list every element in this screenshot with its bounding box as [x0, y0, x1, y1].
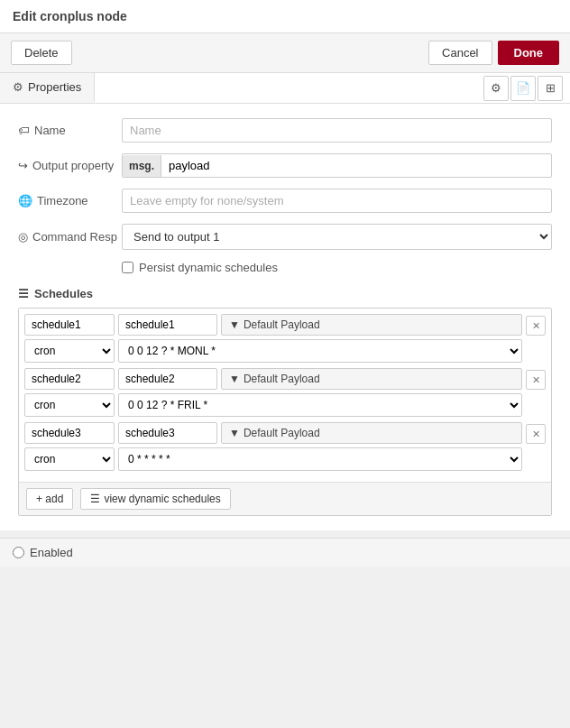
- schedule-top-row-2: ▼ Default Payload: [24, 368, 522, 390]
- name-row: 🏷 Name: [18, 118, 552, 143]
- page-title: Edit cronplus node: [13, 9, 127, 23]
- globe-icon: 🌐: [18, 194, 32, 207]
- command-resp-select[interactable]: Send to output 1 Send to output 2 Ignore: [122, 224, 552, 250]
- schedule-name-input-3[interactable]: [24, 422, 115, 444]
- persist-checkbox[interactable]: [122, 262, 133, 273]
- title-bar: Edit cronplus node: [0, 0, 570, 33]
- schedule-remove-btn-2[interactable]: ✕: [526, 370, 546, 390]
- arrow-down-icon-3: ▼: [229, 427, 240, 439]
- schedule-payload-btn-3[interactable]: ▼ Default Payload: [221, 422, 522, 444]
- top-buttons-bar: Delete Cancel Done: [0, 33, 570, 73]
- schedule-fields-1: ▼ Default Payload cron interval date onc…: [24, 314, 522, 363]
- schedule-bottom-row-3: cron interval date once 0 * * * * *: [24, 447, 522, 471]
- tab-doc-icon-button[interactable]: 📄: [510, 76, 536, 101]
- table-icon-footer: ☰: [90, 493, 100, 505]
- timezone-label: 🌐 Timezone: [18, 194, 122, 207]
- enabled-bar: Enabled: [0, 538, 570, 567]
- output-icon: ↪: [18, 159, 28, 172]
- payload-label-1: Default Payload: [244, 318, 320, 331]
- schedule-top-row-1: ▼ Default Payload: [24, 314, 522, 336]
- command-resp-row: ◎ Command Resp Send to output 1 Send to …: [18, 224, 552, 250]
- settings-icon: ⚙: [491, 81, 501, 95]
- view-dynamic-schedules-button[interactable]: ☰ view dynamic schedules: [80, 488, 230, 510]
- schedules-header: ☰ Schedules: [18, 287, 552, 300]
- remove-icon-2: ✕: [532, 374, 540, 386]
- payload-label-3: Default Payload: [244, 427, 320, 439]
- schedule-value-input-1[interactable]: [118, 314, 217, 336]
- enabled-label: Enabled: [30, 546, 73, 559]
- delete-button[interactable]: Delete: [11, 41, 72, 65]
- name-input[interactable]: [122, 118, 552, 143]
- schedule-type-select-2[interactable]: cron interval date once: [24, 393, 115, 417]
- schedule-value-input-3[interactable]: [118, 422, 217, 444]
- schedule-remove-btn-1[interactable]: ✕: [526, 316, 546, 336]
- payload-label-2: Default Payload: [244, 373, 320, 385]
- arrow-down-icon: ▼: [229, 318, 240, 331]
- properties-gear-icon: ⚙: [13, 80, 23, 94]
- target-icon: ◎: [18, 230, 28, 244]
- remove-icon-3: ✕: [532, 429, 540, 440]
- cancel-button[interactable]: Cancel: [428, 41, 492, 65]
- output-prop-input[interactable]: [161, 154, 551, 177]
- schedules-footer: + add ☰ view dynamic schedules: [19, 482, 551, 515]
- add-schedule-button[interactable]: + add: [26, 488, 73, 510]
- schedule-bottom-row-1: cron interval date once 0 0 12 ? * MONL …: [24, 339, 522, 363]
- tab-settings-icon-button[interactable]: ⚙: [483, 76, 509, 101]
- tab-icon-buttons: ⚙ 📄 ⊞: [483, 76, 570, 101]
- right-buttons: Cancel Done: [428, 41, 559, 65]
- schedules-container: ▼ Default Payload cron interval date onc…: [18, 308, 552, 516]
- document-icon: 📄: [516, 81, 530, 95]
- table-row: ▼ Default Payload cron interval date onc…: [24, 314, 546, 363]
- schedules-section-label: Schedules: [34, 287, 93, 300]
- view-dynamic-label: view dynamic schedules: [104, 493, 220, 505]
- table-row: ▼ Default Payload cron interval date onc…: [24, 368, 546, 417]
- output-property-row: ↪ Output property msg.: [18, 153, 552, 178]
- schedule-payload-btn-2[interactable]: ▼ Default Payload: [221, 368, 522, 390]
- info-icon: ⊞: [546, 81, 556, 95]
- schedules-list: ▼ Default Payload cron interval date onc…: [19, 309, 551, 482]
- tab-info-icon-button[interactable]: ⊞: [538, 76, 563, 101]
- output-property-label: ↪ Output property: [18, 159, 122, 172]
- command-resp-label: ◎ Command Resp: [18, 230, 122, 244]
- schedule-value-input-2[interactable]: [118, 368, 217, 390]
- tabs-row: ⚙ Properties ⚙ 📄 ⊞: [0, 73, 570, 104]
- output-property-container: msg.: [122, 153, 552, 178]
- schedule-type-select-3[interactable]: cron interval date once: [24, 447, 115, 471]
- schedule-remove-btn-3[interactable]: ✕: [526, 424, 546, 444]
- schedule-payload-btn-1[interactable]: ▼ Default Payload: [221, 314, 522, 336]
- schedule-bottom-row-2: cron interval date once 0 0 12 ? * FRIL …: [24, 393, 522, 417]
- persist-row: Persist dynamic schedules: [18, 261, 552, 274]
- persist-label: Persist dynamic schedules: [139, 261, 278, 274]
- schedule-top-row-3: ▼ Default Payload: [24, 422, 522, 444]
- timezone-row: 🌐 Timezone: [18, 189, 552, 213]
- enabled-radio[interactable]: [13, 547, 24, 558]
- schedule-name-input-2[interactable]: [24, 368, 115, 390]
- schedules-table-icon: ☰: [18, 287, 29, 300]
- schedule-fields-2: ▼ Default Payload cron interval date onc…: [24, 368, 522, 417]
- name-label: 🏷 Name: [18, 124, 122, 137]
- schedule-cron-select-1[interactable]: 0 0 12 ? * MONL *: [118, 339, 522, 363]
- output-prop-badge: msg.: [123, 155, 161, 177]
- schedule-fields-3: ▼ Default Payload cron interval date onc…: [24, 422, 522, 471]
- done-button[interactable]: Done: [498, 41, 560, 65]
- schedule-type-select-1[interactable]: cron interval date once: [24, 339, 115, 363]
- schedule-cron-select-3[interactable]: 0 * * * * *: [118, 447, 522, 471]
- schedule-cron-select-2[interactable]: 0 0 12 ? * FRIL *: [118, 393, 522, 417]
- tag-icon: 🏷: [18, 124, 30, 137]
- tab-properties[interactable]: ⚙ Properties: [0, 73, 95, 103]
- schedule-name-input-1[interactable]: [24, 314, 115, 336]
- arrow-down-icon-2: ▼: [229, 373, 240, 385]
- main-content: 🏷 Name ↪ Output property msg. 🌐 Timezone…: [0, 104, 570, 530]
- timezone-input[interactable]: [122, 189, 552, 213]
- table-row: ▼ Default Payload cron interval date onc…: [24, 422, 546, 471]
- remove-icon-1: ✕: [532, 320, 540, 332]
- tab-properties-label: Properties: [28, 80, 81, 94]
